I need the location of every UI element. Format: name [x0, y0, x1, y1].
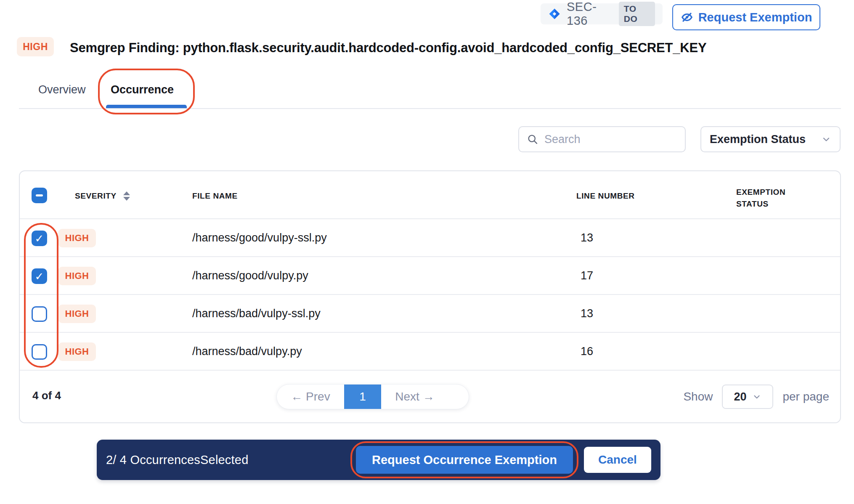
- show-label: Show: [683, 390, 713, 403]
- request-occurrence-exemption-button[interactable]: Request Occurrence Exemption: [356, 446, 573, 474]
- table-row[interactable]: ✓ HIGH /harness/bad/vulpy.py 16: [20, 333, 840, 371]
- pagination: ← Prev 1 Next →: [276, 384, 469, 409]
- next-page-button[interactable]: Next →: [381, 385, 448, 409]
- page-number-button[interactable]: 1: [344, 385, 381, 409]
- search-input[interactable]: [544, 133, 677, 146]
- jira-diamond-icon: [548, 8, 561, 20]
- line-number-cell: 13: [581, 231, 606, 244]
- table-row[interactable]: ✓ HIGH /harness/good/vulpy-ssl.py 13: [20, 219, 840, 257]
- severity-badge: HIGH: [58, 342, 96, 361]
- line-number-cell: 17: [581, 269, 606, 282]
- chevron-down-icon: [752, 392, 761, 401]
- line-number-cell: 13: [581, 307, 606, 320]
- search-input-container[interactable]: [518, 126, 686, 152]
- tab-occurrence[interactable]: Occurrence: [111, 83, 174, 96]
- row-checkbox[interactable]: ✓: [32, 306, 47, 322]
- jira-issue-key: SEC-136: [567, 0, 613, 28]
- page-size-value: 20: [734, 390, 746, 403]
- file-name-cell: /harness/good/vulpy.py: [192, 269, 308, 282]
- severity-badge: HIGH: [17, 37, 54, 56]
- request-exemption-button[interactable]: Request Exemption: [672, 4, 820, 30]
- jira-status-badge: TO DO: [619, 2, 655, 26]
- tabs-divider: [19, 108, 841, 109]
- tab-overview[interactable]: Overview: [38, 83, 86, 96]
- page-size-select[interactable]: 20: [722, 385, 773, 409]
- request-exemption-label: Request Exemption: [698, 11, 812, 24]
- occurrences-table: ✓ SEVERITY FILE NAME LINE NUMBER EXEMPTI…: [19, 170, 841, 423]
- chevron-down-icon: [821, 134, 831, 144]
- severity-badge: HIGH: [58, 305, 96, 323]
- column-header-line-number: LINE NUMBER: [576, 191, 635, 201]
- page-size-group: Show 20 per page: [683, 384, 829, 409]
- cancel-button[interactable]: Cancel: [584, 447, 651, 473]
- row-count-label: 4 of 4: [32, 389, 61, 402]
- selection-action-bar: 2/ 4 OccurrencesSelected Request Occurre…: [97, 440, 660, 480]
- row-checkbox[interactable]: ✓: [32, 268, 47, 284]
- column-header-file-name: FILE NAME: [192, 191, 238, 201]
- severity-badge: HIGH: [58, 267, 96, 285]
- exemption-status-filter-label: Exemption Status: [710, 133, 806, 146]
- row-checkbox[interactable]: ✓: [32, 344, 47, 360]
- eye-off-icon: [681, 11, 693, 24]
- table-row[interactable]: ✓ HIGH /harness/good/vulpy.py 17: [20, 257, 840, 295]
- table-row[interactable]: ✓ HIGH /harness/bad/vulpy-ssl.py 13: [20, 295, 840, 333]
- file-name-cell: /harness/bad/vulpy.py: [192, 345, 302, 358]
- page-title: Semgrep Finding: python.flask.security.a…: [70, 40, 706, 56]
- finding-detail-page: SEC-136 TO DO Request Exemption HIGH Sem…: [0, 0, 854, 504]
- select-all-checkbox[interactable]: ✓: [32, 188, 47, 203]
- selection-summary: 2/ 4 OccurrencesSelected: [106, 453, 248, 467]
- column-header-severity[interactable]: SEVERITY: [75, 191, 130, 201]
- search-icon: [527, 133, 538, 145]
- row-checkbox[interactable]: ✓: [32, 231, 47, 246]
- prev-page-button[interactable]: ← Prev: [277, 385, 344, 409]
- file-name-cell: /harness/good/vulpy-ssl.py: [192, 231, 327, 244]
- column-header-exemption-status: EXEMPTION STATUS: [736, 186, 808, 210]
- table-header-row: ✓ SEVERITY FILE NAME LINE NUMBER EXEMPTI…: [20, 171, 840, 219]
- sort-icon[interactable]: [123, 191, 130, 201]
- line-number-cell: 16: [581, 345, 606, 358]
- severity-badge: HIGH: [58, 229, 96, 247]
- jira-issue-chip[interactable]: SEC-136 TO DO: [541, 3, 663, 24]
- file-name-cell: /harness/bad/vulpy-ssl.py: [192, 307, 321, 320]
- table-footer: 4 of 4 ← Prev 1 Next → Show 20 per page: [20, 371, 840, 423]
- exemption-status-filter[interactable]: Exemption Status: [700, 126, 841, 152]
- per-page-label: per page: [782, 390, 829, 403]
